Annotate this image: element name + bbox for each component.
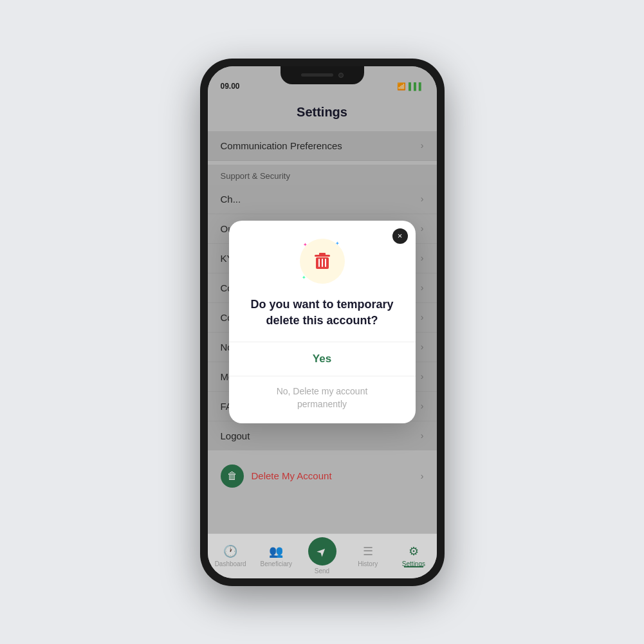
modal-yes-button[interactable]: Yes <box>244 342 400 376</box>
delete-confirmation-modal: × ✦ ✦ ✦ <box>229 221 416 424</box>
screen: 09.00 📶 ▌▌▌ Settings Communication Prefe… <box>208 66 437 578</box>
modal-close-button[interactable]: × <box>392 228 408 244</box>
trash-svg-icon <box>310 249 335 273</box>
sparkle-icon-3: ✦ <box>302 275 306 281</box>
modal-no-button[interactable]: No, Delete my account permanently <box>244 376 400 423</box>
svg-rect-1 <box>319 253 326 255</box>
sparkle-icon: ✦ <box>303 242 308 248</box>
phone-frame: 09.00 📶 ▌▌▌ Settings Communication Prefe… <box>200 59 445 586</box>
sparkle-icon-2: ✦ <box>335 241 340 246</box>
modal-trash-icon-bg: ✦ ✦ ✦ <box>300 239 345 284</box>
modal-overlay[interactable]: × ✦ ✦ ✦ <box>208 66 437 578</box>
modal-question-text: Do you want to temporary delete this acc… <box>244 297 400 329</box>
phone-screen: 09.00 📶 ▌▌▌ Settings Communication Prefe… <box>208 66 437 578</box>
close-icon: × <box>398 231 403 241</box>
